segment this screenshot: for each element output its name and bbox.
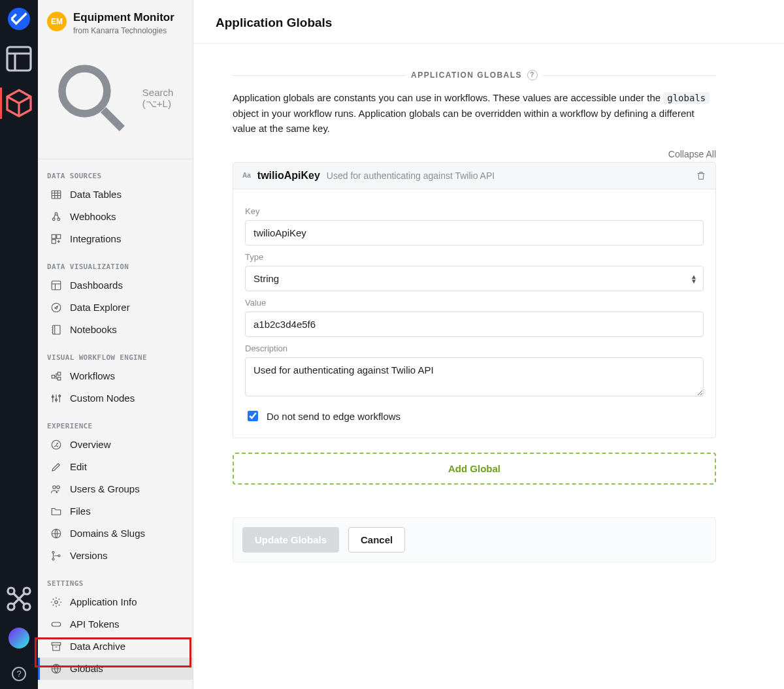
value-label: Value <box>245 298 704 308</box>
sidebar-item-data-archive[interactable]: Data Archive <box>38 635 193 658</box>
table-icon <box>50 189 62 200</box>
section-title: DATA VISUALIZATION <box>38 250 193 274</box>
sidebar-item-label: Dashboards <box>70 280 123 291</box>
svg-point-14 <box>52 303 61 312</box>
svg-rect-16 <box>52 375 55 378</box>
sidebar-nav: DATA SOURCESData TablesWebhooksIntegrati… <box>38 159 193 689</box>
globals-code: globals <box>663 92 710 104</box>
svg-rect-6 <box>52 191 61 199</box>
sidebar-item-globals[interactable]: Globals <box>38 658 193 680</box>
type-label: Type <box>245 252 704 262</box>
sidebar-item-dashboards[interactable]: Dashboards <box>38 274 193 296</box>
globe-icon <box>50 528 62 539</box>
sidebar-item-data-tables[interactable]: Data Tables <box>38 184 193 206</box>
search-input[interactable]: Search (⌥+L) <box>47 48 184 150</box>
app-title: Equipment Monitor <box>73 12 174 24</box>
section-description: Application globals are constants you ca… <box>233 90 716 136</box>
sidebar-item-label: Overview <box>70 439 111 450</box>
global-desc-preview: Used for authenticating against Twilio A… <box>327 170 495 181</box>
sidebar-item-edit[interactable]: Edit <box>38 456 193 478</box>
help-tooltip-icon[interactable]: ? <box>527 70 538 80</box>
webhook-icon <box>50 211 62 223</box>
gauge-icon <box>50 439 62 451</box>
svg-point-4 <box>24 603 30 610</box>
help-icon[interactable]: ? <box>12 667 26 681</box>
sidebar-item-label: Users & Groups <box>70 483 140 494</box>
sidebar-item-users-groups[interactable]: Users & Groups <box>38 478 193 500</box>
sidebar-item-label: Application Info <box>70 596 137 607</box>
svg-point-7 <box>52 217 55 220</box>
search-placeholder: Search (⌥+L) <box>142 87 184 110</box>
users-icon <box>50 483 62 495</box>
value-input[interactable] <box>245 312 704 337</box>
icon-rail: ? <box>0 0 38 689</box>
delete-icon[interactable] <box>696 170 706 181</box>
collapse-all-link[interactable]: Collapse All <box>668 149 716 159</box>
sidebar-item-overview[interactable]: Overview <box>38 434 193 456</box>
cancel-button[interactable]: Cancel <box>348 527 405 553</box>
sidebar: EM Equipment Monitor from Kanarra Techno… <box>38 0 193 689</box>
sidebar-item-label: Files <box>70 505 91 517</box>
sidebar-item-api-tokens[interactable]: API Tokens <box>38 613 193 635</box>
svg-rect-11 <box>57 234 61 238</box>
sidebar-item-domains-slugs[interactable]: Domains & Slugs <box>38 522 193 545</box>
archive-icon <box>50 641 62 652</box>
add-global-button[interactable]: Add Global <box>233 453 716 485</box>
pencil-icon <box>50 461 62 473</box>
section-title: SETTINGS <box>38 567 193 591</box>
svg-rect-12 <box>52 239 56 243</box>
sidebar-item-data-explorer[interactable]: Data Explorer <box>38 296 193 319</box>
section-heading: APPLICATION GLOBALS <box>411 71 522 79</box>
dashboard-icon <box>50 280 62 291</box>
sidebar-item-label: Versions <box>70 550 108 561</box>
sidebar-item-label: Data Explorer <box>70 302 130 313</box>
search-icon <box>47 54 137 144</box>
svg-rect-13 <box>52 281 61 290</box>
global-card: Aa twilioApiKey Used for authenticating … <box>233 162 716 438</box>
sidebar-item-versions[interactable]: Versions <box>38 545 193 567</box>
edge-checkbox-row[interactable]: Do not send to edge workflows <box>245 409 704 423</box>
svg-point-1 <box>8 588 14 594</box>
key-label: Key <box>245 206 704 216</box>
chevron-updown-icon: ▲▼ <box>691 274 697 283</box>
type-indicator-icon: Aa <box>242 172 251 179</box>
sidebar-item-notebooks[interactable]: Notebooks <box>38 319 193 341</box>
svg-point-26 <box>52 551 54 553</box>
sidebar-item-integrations[interactable]: Integrations <box>38 228 193 250</box>
workflow-icon <box>50 370 62 382</box>
sidebar-item-label: Globals <box>70 663 103 674</box>
rail-dashboard-icon[interactable] <box>0 43 38 74</box>
svg-rect-15 <box>53 325 60 334</box>
key-input[interactable] <box>245 220 704 246</box>
sidebar-item-workflows[interactable]: Workflows <box>38 365 193 387</box>
app-header: EM Equipment Monitor from Kanarra Techno… <box>38 0 193 39</box>
svg-rect-17 <box>57 372 61 376</box>
sidebar-item-custom-nodes[interactable]: Custom Nodes <box>38 387 193 409</box>
svg-point-24 <box>57 485 60 489</box>
api-icon <box>50 618 62 630</box>
sidebar-item-application-info[interactable]: Application Info <box>38 591 193 613</box>
update-globals-button[interactable]: Update Globals <box>242 527 339 553</box>
rail-sitemap-icon[interactable] <box>0 583 38 615</box>
action-footer: Update Globals Cancel <box>233 517 716 562</box>
sidebar-item-files[interactable]: Files <box>38 500 193 522</box>
sidebar-item-webhooks[interactable]: Webhooks <box>38 206 193 228</box>
svg-point-28 <box>58 554 60 556</box>
type-select[interactable]: String <box>245 266 704 291</box>
sidebar-item-label: Notebooks <box>70 324 117 335</box>
description-textarea[interactable]: Used for authenticating against Twilio A… <box>245 357 704 396</box>
svg-rect-0 <box>7 47 31 71</box>
folder-icon <box>50 505 62 517</box>
edge-checkbox-label: Do not send to edge workflows <box>267 411 400 422</box>
edge-checkbox[interactable] <box>248 411 258 421</box>
avatar[interactable] <box>8 628 29 649</box>
logo-icon[interactable] <box>8 8 30 30</box>
integrations-icon <box>50 233 62 245</box>
section-title: EXPERIENCE <box>38 409 193 434</box>
svg-point-5 <box>62 69 107 114</box>
sidebar-item-label: Data Tables <box>70 189 122 200</box>
global-card-header[interactable]: Aa twilioApiKey Used for authenticating … <box>233 163 715 189</box>
main: Application Globals APPLICATION GLOBALS … <box>193 0 784 689</box>
global-key-title: twilioApiKey <box>257 170 320 182</box>
rail-package-icon[interactable] <box>0 88 38 119</box>
